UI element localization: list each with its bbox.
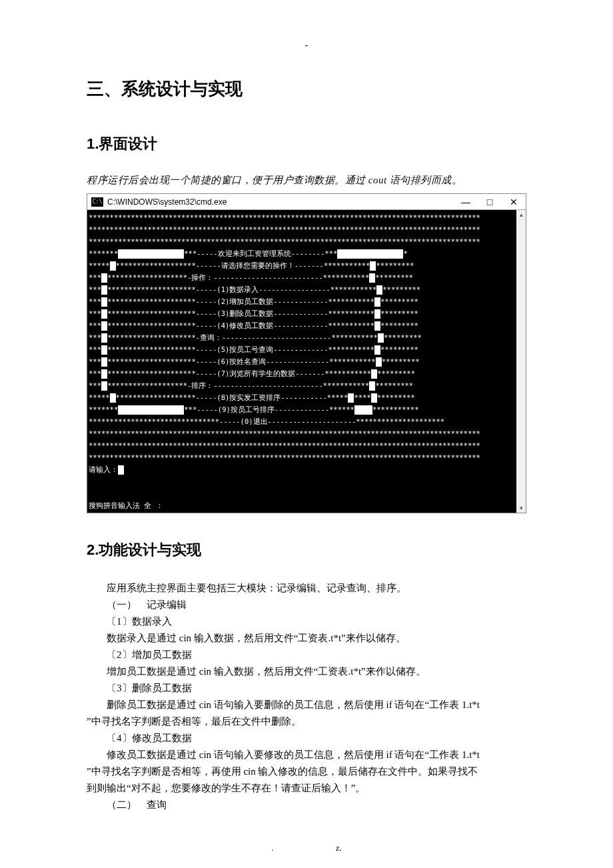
footer-dot: . bbox=[271, 843, 273, 853]
maximize-button[interactable]: □ bbox=[478, 194, 502, 210]
cmd-line: ************************-----(2)增加员工数据--… bbox=[89, 295, 515, 307]
cmd-scrollbar[interactable]: ▴ ▾ bbox=[516, 210, 526, 513]
cmd-line: ****************************************… bbox=[89, 235, 515, 247]
scroll-up-icon[interactable]: ▴ bbox=[516, 210, 526, 219]
page-header-dash: - bbox=[87, 40, 526, 51]
close-button[interactable]: ✕ bbox=[502, 194, 526, 210]
para: （二） 查询 bbox=[87, 797, 526, 813]
para: 〔1〕数据录入 bbox=[87, 613, 526, 630]
cmd-line: ****************************************… bbox=[89, 451, 515, 463]
cmd-line bbox=[89, 487, 515, 499]
cmd-body: ****************************************… bbox=[87, 210, 526, 513]
para: 修改员工数据是通过 cin 语句输入要修改的员工信息，然后使用 if 语句在“工… bbox=[87, 747, 526, 763]
section-2-heading: 2.功能设计与实现 bbox=[87, 540, 526, 560]
para: 增加员工数据是通过 cin 输入数据，然后用文件“工资表.t*t”来作以储存。 bbox=[87, 663, 526, 680]
section-2-body: 应用系统主控界面主要包括三大模块：记录编辑、记录查询、排序。 （一） 记录编辑 … bbox=[87, 580, 526, 813]
cmd-line: ************************-查询：------------… bbox=[89, 331, 515, 343]
cmd-line: ************************-----(1)数据录入----… bbox=[89, 283, 515, 295]
scroll-down-icon[interactable]: ▾ bbox=[516, 503, 526, 513]
cmd-titlebar: C:\ C:\WINDOWS\system32\cmd.exe — □ ✕ bbox=[87, 194, 526, 210]
cmd-line: ****************************************… bbox=[89, 211, 515, 223]
page-footer: . z. bbox=[0, 843, 613, 853]
cmd-line: ****************************************… bbox=[89, 427, 515, 439]
cmd-line: **********************-操作：--------------… bbox=[89, 271, 515, 283]
section-1-intro: 程序运行后会出现一个简捷的窗口，便于用户查询数据。通过 cout 语句排列而成。 bbox=[87, 174, 526, 187]
para: ”中寻找名字判断是否相等，最后在文件中删除。 bbox=[87, 713, 526, 730]
heading-level-1: 三、系统设计与实现 bbox=[87, 77, 526, 101]
cmd-line: ************************-----(5)按员工号查询--… bbox=[89, 343, 515, 355]
footer-page: z. bbox=[336, 843, 342, 853]
cmd-line: ************************-----(6)按姓名查询---… bbox=[89, 355, 515, 367]
para: （一） 记录编辑 bbox=[87, 597, 526, 613]
para: 〔4〕修改员工数据 bbox=[87, 730, 526, 747]
cmd-line: ************************-----(4)修改员工数据--… bbox=[89, 319, 515, 331]
cmd-line: ************************-----(7)浏览所有学生的数… bbox=[89, 367, 515, 379]
cmd-line: 搜狗拼音输入法 全 ： bbox=[89, 499, 515, 511]
para: ”中寻找名字判断是否相等，再使用 cin 输入修改的信息，最后储存在文件中。如果… bbox=[87, 763, 526, 780]
para: 到则输出“对不起，您要修改的学生不存在！请查证后输入！”。 bbox=[87, 780, 526, 797]
minimize-button[interactable]: — bbox=[454, 194, 478, 210]
cmd-title: C:\WINDOWS\system32\cmd.exe bbox=[107, 197, 454, 207]
cmd-line: ************************------请选择您需要的操作！… bbox=[89, 259, 515, 271]
para: 应用系统主控界面主要包括三大模块：记录编辑、记录查询、排序。 bbox=[87, 580, 526, 597]
para: 〔2〕增加员工数据 bbox=[87, 647, 526, 663]
cmd-line: ************************-----(3)删除员工数据--… bbox=[89, 307, 515, 319]
cmd-content: ****************************************… bbox=[87, 210, 516, 513]
section-1-heading: 1.界面设计 bbox=[87, 134, 526, 154]
cmd-line: **********************-排序：--------------… bbox=[89, 379, 515, 391]
cmd-line: ************************-----(8)按实发工资排序-… bbox=[89, 391, 515, 403]
para: 数据录入是通过 cin 输入数据，然后用文件“工资表.t*t”来作以储存。 bbox=[87, 630, 526, 647]
cmd-window: C:\ C:\WINDOWS\system32\cmd.exe — □ ✕ **… bbox=[87, 193, 526, 513]
para: 删除员工数据是通过 cin 语句输入要删除的员工信息，然后使用 if 语句在“工… bbox=[87, 697, 526, 713]
cmd-line: **********-----(9)按员工号排序-------------***… bbox=[89, 403, 515, 415]
cmd-line: **********-----欢迎来到工资管理系统--------**** bbox=[89, 247, 515, 259]
cmd-line: ****************************************… bbox=[89, 439, 515, 451]
para: 〔3〕删除员工数据 bbox=[87, 680, 526, 697]
cmd-line: 请输入： bbox=[89, 463, 515, 475]
cmd-icon: C:\ bbox=[91, 197, 103, 207]
cmd-line: ****************************************… bbox=[89, 223, 515, 235]
cmd-line: *******************************-----(0)退… bbox=[89, 415, 515, 427]
cmd-line bbox=[89, 475, 515, 487]
